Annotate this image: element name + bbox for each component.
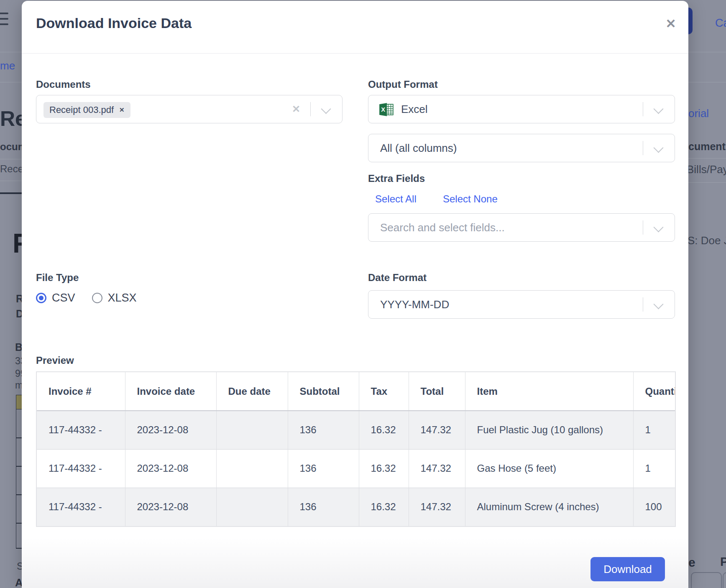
chevron-down-icon[interactable] [653,104,663,114]
table-header-cell: Due date [216,372,288,411]
table-header-cell: Item [465,372,633,411]
file-type-radio-group: CSV XLSX [36,291,153,304]
table-header-cell: Total [409,372,465,411]
divider [22,53,688,54]
table-cell: 117-44332 - [37,488,125,526]
divider [0,181,22,181]
modal-footer [22,538,688,588]
table-cell: Fuel Plastic Jug (10 gallons) [465,411,633,449]
download-button[interactable]: Download [591,557,665,581]
background-documents-heading-fragment: cuments [688,141,726,153]
table-cell: 16.32 [359,411,409,449]
output-format-select[interactable]: X Excel [368,95,675,123]
excel-icon: X [378,102,394,117]
documents-label: Documents [36,79,91,90]
table-cell: 100 [633,488,676,526]
file-type-label: File Type [36,272,79,284]
table-cell: 136 [288,488,359,526]
preview-label: Preview [36,355,74,366]
table-cell: 2023-12-08 [125,411,216,449]
table-cell: 136 [288,449,359,488]
tutorial-link-fragment[interactable]: orial [688,107,709,120]
divider [0,52,22,52]
radio-csv[interactable] [36,293,46,303]
background-input-fragment [723,572,726,588]
table-header-cell: Subtotal [288,372,359,411]
background-column-fragment: P [720,555,726,569]
divider [688,158,726,159]
chevron-down-icon[interactable] [321,104,331,114]
chevron-down-icon[interactable] [653,222,663,232]
table-header-row: Invoice #Invoice dateDue dateSubtotalTax… [37,372,676,411]
date-format-value: YYYY-MM-DD [380,291,449,318]
table-cell [216,449,288,488]
date-format-label: Date Format [368,272,427,284]
fields-search-select[interactable]: Search and select fields... [368,213,675,242]
chevron-down-icon[interactable] [653,299,663,309]
columns-select[interactable]: All (all columns) [368,134,675,162]
table-header-cell: Invoice date [125,372,216,411]
preview-table: Invoice #Invoice dateDue dateSubtotalTax… [36,371,676,527]
table-cell [216,411,288,449]
chevron-down-icon[interactable] [653,143,663,153]
documents-select[interactable]: Receipt 003.pdf ✕ ✕ [36,95,343,123]
table-row: 117-44332 -2023-12-0813616.32147.32Fuel … [37,411,676,449]
table-cell: 2023-12-08 [125,449,216,488]
background-input-fragment [691,572,722,588]
table-row: 117-44332 -2023-12-0813616.32147.32Alumi… [37,488,676,526]
background-column-fragment: e [688,555,695,570]
radio-xlsx-label[interactable]: XLSX [108,291,137,304]
radio-csv-label[interactable]: CSV [52,291,75,304]
select-none-link[interactable]: Select None [443,193,498,205]
divider [0,159,22,159]
divider [643,102,643,116]
cancel-link-fragment[interactable]: Ca [715,17,726,30]
table-cell: 16.32 [359,449,409,488]
table-cell: Aluminum Screw (4 inches) [465,488,633,526]
tag-remove-icon[interactable]: ✕ [119,106,125,114]
table-cell: 147.32 [409,488,465,526]
table-cell: 147.32 [409,449,465,488]
divider [688,52,726,52]
table-cell: 1 [633,449,676,488]
document-tag-label: Receipt 003.pdf [49,105,114,115]
background-items-person-fragment: S: Doe J [688,234,726,247]
date-format-select[interactable]: YYYY-MM-DD [368,290,675,319]
hamburger-menu-icon[interactable] [0,13,8,29]
close-icon[interactable]: ✕ [662,14,680,33]
table-cell: Gas Hose (5 feet) [465,449,633,488]
svg-text:X: X [381,106,385,113]
download-invoice-data-modal: Download Invoice Data ✕ Documents Receip… [22,1,688,588]
table-cell: 16.32 [359,488,409,526]
divider [688,82,726,82]
table-cell: 117-44332 - [37,449,125,488]
divider [688,182,726,183]
fields-search-placeholder: Search and select fields... [380,214,505,241]
divider [0,82,22,82]
divider [643,220,643,235]
background-billspay-fragment: Bills/Pay [687,163,726,176]
background-tab-underline [0,192,22,194]
modal-title: Download Invoice Data [36,15,192,31]
table-header-cell: Tax [359,372,409,411]
output-format-value: Excel [401,95,428,123]
radio-xlsx[interactable] [92,293,102,303]
divider [643,141,643,155]
select-all-link[interactable]: Select All [375,193,417,205]
table-cell: 136 [288,411,359,449]
divider [643,297,643,312]
columns-select-value: All (all columns) [380,134,457,162]
table-cell [216,488,288,526]
table-header-cell: Invoice # [37,372,125,411]
output-format-label: Output Format [368,79,438,90]
table-cell: 1 [633,411,676,449]
home-link-fragment[interactable]: me [0,59,15,72]
table-row: 117-44332 -2023-12-0813616.32147.32Gas H… [37,449,676,488]
table-header-cell: Quantity [633,372,676,411]
table-cell: 147.32 [409,411,465,449]
table-cell: 2023-12-08 [125,488,216,526]
document-tag: Receipt 003.pdf ✕ [43,102,130,118]
table-cell: 117-44332 - [37,411,125,449]
extra-fields-label: Extra Fields [368,173,425,184]
clear-icon[interactable]: ✕ [292,95,300,123]
